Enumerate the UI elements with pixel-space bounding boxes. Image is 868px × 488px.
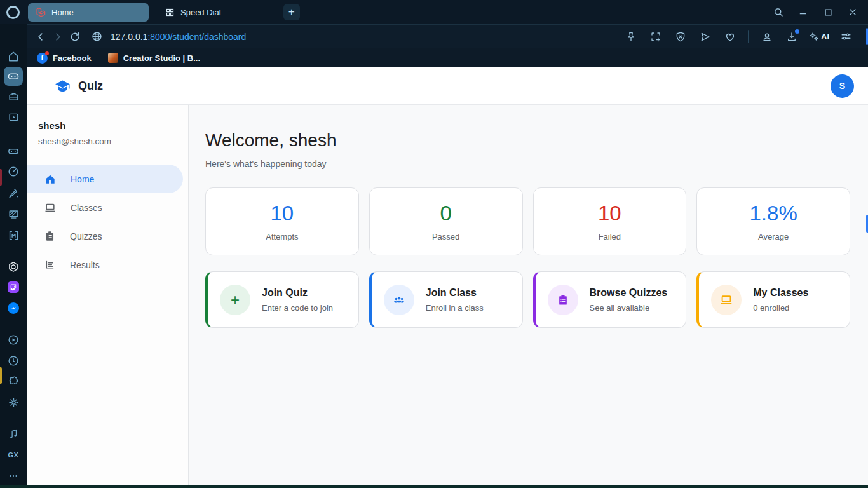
action-subtitle: Enroll in a class bbox=[426, 303, 484, 313]
heart-icon[interactable] bbox=[722, 29, 738, 45]
action-card-my-classes[interactable]: My Classes 0 enrolled bbox=[696, 271, 850, 328]
settings-gear-icon[interactable] bbox=[4, 393, 23, 412]
action-title: My Classes bbox=[753, 287, 808, 299]
url-field[interactable]: 127.0.0.1:8000/student/dashboard bbox=[111, 32, 246, 42]
stat-value: 1.8% bbox=[750, 201, 797, 226]
notification-dot bbox=[45, 51, 49, 55]
download-icon[interactable] bbox=[783, 29, 800, 45]
tab-label: Speed Dial bbox=[180, 8, 221, 17]
action-subtitle: Enter a code to join bbox=[262, 303, 333, 313]
close-icon[interactable] bbox=[844, 3, 862, 21]
window-controls bbox=[770, 3, 868, 21]
profile-icon[interactable] bbox=[759, 29, 775, 45]
forward-icon[interactable] bbox=[49, 28, 66, 45]
home-icon bbox=[44, 173, 57, 186]
opera-logo-icon[interactable] bbox=[6, 6, 20, 19]
results-list-icon bbox=[44, 259, 56, 271]
mods-icon[interactable] bbox=[4, 226, 23, 245]
music-note-icon[interactable] bbox=[4, 424, 23, 444]
clipboard-icon bbox=[44, 230, 56, 242]
maximize-icon[interactable] bbox=[819, 3, 837, 21]
action-card-join-class[interactable]: Join Class Enroll in a class bbox=[369, 271, 523, 328]
sidebar-item-classes[interactable]: Classes bbox=[27, 193, 188, 222]
laravel-favicon-icon bbox=[36, 7, 46, 17]
app-brand[interactable]: Quiz bbox=[54, 78, 103, 95]
sidebar-item-label: Classes bbox=[71, 203, 102, 213]
globe-icon[interactable] bbox=[88, 28, 105, 45]
stat-value: 10 bbox=[598, 201, 621, 226]
browser-titlebar: Home Speed Dial + bbox=[0, 0, 868, 24]
ai-button[interactable]: AI bbox=[808, 31, 829, 42]
bookmark-label: Facebook bbox=[53, 53, 92, 63]
new-tab-button[interactable]: + bbox=[283, 4, 300, 20]
twitch-icon[interactable] bbox=[4, 278, 23, 297]
bookmark-label: Creator Studio | B... bbox=[123, 53, 200, 63]
sidebar-item-label: Results bbox=[70, 260, 100, 270]
toolkit-icon[interactable] bbox=[4, 87, 23, 106]
action-card-join-quiz[interactable]: + Join Quiz Enter a code to join bbox=[205, 271, 359, 328]
pin-icon[interactable] bbox=[623, 29, 639, 45]
webpage: Quiz S shesh shesh@shesh.com Home bbox=[27, 67, 868, 485]
facebook-icon: f bbox=[37, 53, 48, 64]
clipboard-icon bbox=[548, 285, 578, 315]
avatar[interactable]: S bbox=[831, 74, 854, 98]
page-title: Quiz bbox=[78, 79, 103, 93]
tune-icon[interactable] bbox=[837, 29, 854, 45]
user-name: shesh bbox=[38, 120, 177, 131]
gx-corner-controller-icon[interactable] bbox=[4, 67, 23, 86]
stat-card-attempts: 10 Attempts bbox=[205, 187, 359, 255]
video-popout-icon[interactable] bbox=[4, 107, 23, 126]
speedometer-icon[interactable] bbox=[4, 162, 23, 181]
action-title: Join Class bbox=[426, 287, 484, 299]
bookmarks-bar: f Facebook Creator Studio | B... bbox=[27, 48, 868, 67]
sidebar-nav: Home Classes Quizzes bbox=[27, 165, 188, 279]
console-icon[interactable] bbox=[4, 142, 23, 161]
welcome-title: Welcome, shesh bbox=[205, 130, 850, 151]
more-dots-icon[interactable] bbox=[4, 466, 23, 485]
creator-studio-favicon-icon bbox=[108, 53, 118, 63]
minimize-icon[interactable] bbox=[794, 3, 812, 21]
welcome-subtitle: Here's what's happening today bbox=[205, 159, 850, 169]
gx-label[interactable]: GX bbox=[4, 445, 23, 464]
bookmark-facebook[interactable]: f Facebook bbox=[37, 53, 92, 64]
tab-speed-dial[interactable]: Speed Dial bbox=[159, 8, 227, 17]
sidebar-item-results[interactable]: Results bbox=[27, 250, 188, 279]
stat-label: Failed bbox=[599, 232, 621, 241]
wallpaper-icon[interactable] bbox=[4, 205, 23, 224]
user-block: shesh shesh@shesh.com bbox=[27, 105, 188, 158]
tab-home[interactable]: Home bbox=[28, 3, 149, 22]
ai-label: AI bbox=[821, 32, 829, 41]
bookmark-creator-studio[interactable]: Creator Studio | B... bbox=[108, 53, 200, 63]
tab-label: Home bbox=[51, 8, 74, 17]
stat-label: Attempts bbox=[266, 232, 298, 241]
action-subtitle: See all available bbox=[590, 303, 668, 313]
sidebar-item-home[interactable]: Home bbox=[27, 165, 183, 193]
extensions-puzzle-icon[interactable] bbox=[4, 372, 23, 391]
reload-icon[interactable] bbox=[66, 28, 83, 45]
home-icon[interactable] bbox=[4, 47, 23, 66]
history-clock-icon[interactable] bbox=[4, 351, 23, 370]
page-header: Quiz S bbox=[27, 67, 868, 105]
action-title: Join Quiz bbox=[262, 287, 333, 299]
messenger-icon[interactable] bbox=[4, 299, 23, 318]
gx-sidebar: GX bbox=[0, 24, 27, 488]
people-group-icon bbox=[384, 285, 414, 315]
plus-icon: + bbox=[220, 285, 250, 315]
stat-label: Passed bbox=[432, 232, 459, 241]
snapshot-icon[interactable] bbox=[648, 29, 664, 45]
url-host: 127.0.0.1 bbox=[111, 32, 147, 42]
plus-icon: + bbox=[288, 6, 295, 18]
stat-card-failed: 10 Failed bbox=[533, 187, 687, 255]
adblock-shield-icon[interactable] bbox=[672, 29, 689, 45]
search-icon[interactable] bbox=[770, 3, 787, 21]
sidebar-item-quizzes[interactable]: Quizzes bbox=[27, 222, 188, 250]
cleaner-broom-icon[interactable] bbox=[4, 184, 23, 203]
action-card-browse-quizzes[interactable]: Browse Quizzes See all available bbox=[533, 271, 687, 328]
back-icon[interactable] bbox=[32, 28, 49, 45]
chatgpt-icon[interactable] bbox=[4, 257, 23, 276]
send-icon[interactable] bbox=[697, 29, 714, 45]
play-circle-icon[interactable] bbox=[4, 330, 23, 349]
stat-value: 10 bbox=[271, 201, 294, 226]
laptop-icon bbox=[711, 285, 742, 315]
address-bar-actions: AI bbox=[623, 29, 868, 45]
